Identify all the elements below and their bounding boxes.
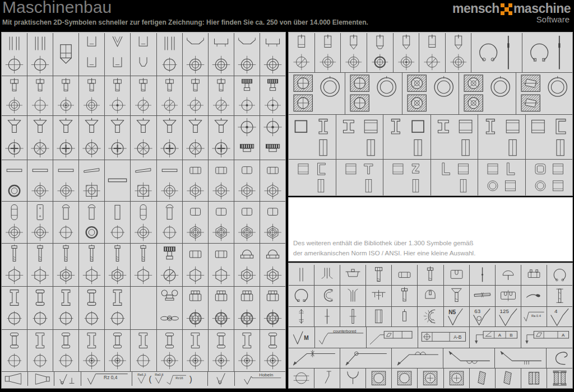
ringCastle-icon xyxy=(235,308,259,329)
circO-icon xyxy=(54,308,78,329)
cone1-icon xyxy=(2,372,27,385)
symbol-screwSlotV xyxy=(392,286,418,306)
header: Maschinenbau Mit praktischen 2D-Symbolen… xyxy=(0,0,574,32)
symbol-wl4 xyxy=(443,348,495,368)
spool-icon xyxy=(28,330,52,351)
symbol-combo xyxy=(431,115,479,159)
svg-text:Rz 0,4: Rz 0,4 xyxy=(104,375,118,380)
setFlat-icon xyxy=(420,34,445,53)
circDotRing-icon xyxy=(54,96,78,115)
symbol-studDbl xyxy=(289,307,314,327)
checkCirc-icon xyxy=(209,372,233,385)
cheese-icon xyxy=(2,77,26,96)
symbol-pinCenterV2 xyxy=(340,307,366,327)
symbol-keySlotBox xyxy=(444,265,470,285)
symbol-nutHexSide xyxy=(183,244,209,286)
troughL-icon xyxy=(209,34,233,54)
symbol-screwSlotV xyxy=(418,265,443,285)
circDot-icon xyxy=(105,96,129,115)
symbol-bentPin xyxy=(314,368,340,388)
circDotRing-icon xyxy=(183,351,207,371)
ucup-icon xyxy=(80,54,104,75)
ringX-icon xyxy=(131,222,155,242)
symbol-bcell xyxy=(459,73,516,114)
circO-icon xyxy=(2,308,26,329)
circO-icon xyxy=(54,351,78,371)
circX-icon xyxy=(28,54,52,75)
brgBall-icon xyxy=(367,369,391,388)
symbol-pairRingPin xyxy=(522,33,572,72)
symbol-wl5 xyxy=(495,348,547,368)
setCone-icon xyxy=(341,34,366,53)
circO-icon xyxy=(158,54,182,75)
symbol-combo xyxy=(289,160,336,195)
svg-text:4: 4 xyxy=(554,308,558,314)
csk-icon xyxy=(105,116,129,138)
symbol-csk xyxy=(79,116,105,160)
wlCurve-icon xyxy=(547,349,572,368)
uArc-icon xyxy=(341,369,365,388)
taperPinH-icon xyxy=(470,286,494,305)
symbol-cheese xyxy=(2,76,27,115)
circStar-icon xyxy=(131,138,155,159)
symbol-combo xyxy=(478,115,526,159)
combo-icon xyxy=(479,115,525,158)
washerTaper-icon xyxy=(80,161,104,181)
svg-text:B: B xyxy=(510,333,512,338)
hexTopRing-icon xyxy=(209,222,233,242)
nutDomeSide-icon xyxy=(261,244,285,265)
symbol-cone2 xyxy=(28,372,54,386)
symbol-cskV xyxy=(444,286,470,306)
symbol-taperPinH xyxy=(470,286,496,306)
svg-text:counterbored: counterbored xyxy=(334,329,357,333)
spool2-icon xyxy=(28,287,52,308)
symbol-setFlat xyxy=(419,33,446,72)
symbol-spool2 xyxy=(209,330,234,371)
wl1-icon xyxy=(289,349,339,368)
spool2-icon xyxy=(54,330,78,351)
circO-icon xyxy=(131,351,155,371)
symbol-brgBall xyxy=(392,368,418,388)
brand-logo: mensch maschine Software xyxy=(452,1,571,24)
cone2-icon xyxy=(29,372,53,385)
symbol-retRingSm xyxy=(547,265,572,285)
ringX-icon xyxy=(446,53,471,72)
symbol-nutSquareSide xyxy=(183,202,209,243)
rivetPlain-icon xyxy=(105,202,129,222)
svg-text:Ra 0.4: Ra 0.4 xyxy=(531,314,541,318)
symbol-bracketPins xyxy=(366,286,392,306)
hexTop-icon xyxy=(235,265,259,286)
symbol-washerBar xyxy=(105,160,131,201)
ringX-icon xyxy=(2,222,26,242)
pinDot-icon xyxy=(470,265,494,284)
grid-row xyxy=(2,244,285,287)
symbol-washerTaper xyxy=(131,160,156,201)
symbol-spool2 xyxy=(157,330,183,371)
symbol-radical: Ra 0.4 xyxy=(521,307,547,327)
csk-icon xyxy=(54,116,78,138)
symbol-combo xyxy=(383,160,431,195)
symbol-brgBall xyxy=(366,368,392,388)
setCone-icon xyxy=(446,34,471,53)
symbol-keyCap xyxy=(418,286,443,306)
symbol-spool xyxy=(2,287,27,329)
symbol-grid-right-top xyxy=(288,32,573,196)
ringX-icon xyxy=(158,181,182,201)
symbol-wedge xyxy=(470,368,496,388)
rivetRound-icon xyxy=(2,202,26,222)
studDbl-icon xyxy=(289,307,313,326)
hexPlain-icon xyxy=(28,265,52,286)
svg-text:): ) xyxy=(189,375,192,384)
vlines-icon xyxy=(2,34,26,54)
combo-icon xyxy=(526,115,572,158)
hexTop-icon xyxy=(105,265,129,286)
symbol-spool2 xyxy=(27,287,53,329)
symbol-spool2 xyxy=(260,330,285,371)
symbol-troughY xyxy=(183,33,209,76)
hexPlain-icon xyxy=(80,265,104,286)
troughY-icon xyxy=(235,34,259,54)
combo-icon xyxy=(337,115,383,158)
brgBall-icon xyxy=(392,369,416,388)
wl5-icon xyxy=(496,349,545,368)
symbol-brgCross xyxy=(444,368,470,388)
